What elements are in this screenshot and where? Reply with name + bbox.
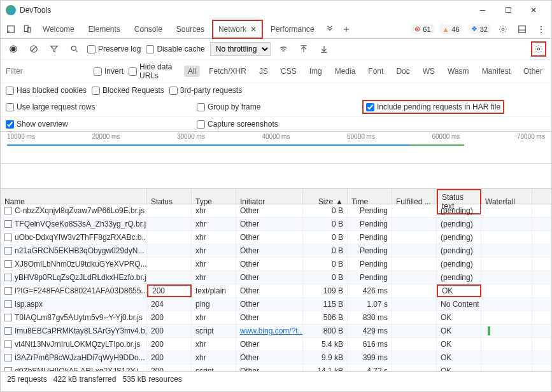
table-row[interactable]: lsp.aspx204pingOther115 B1.07 sNo Conten… (1, 298, 551, 311)
clear-icon[interactable] (26, 41, 41, 57)
filter-type-img[interactable]: Img (306, 66, 326, 77)
minimize-button[interactable]: ─ (470, 1, 495, 20)
panel-settings-icon[interactable] (531, 41, 546, 57)
settings-icon[interactable] (495, 22, 511, 37)
svg-point-19 (537, 48, 540, 50)
maximize-button[interactable]: ☐ (495, 1, 521, 20)
table-row[interactable]: uObc-DdxqYIW3v2ThFF8gzRXABc.b...xhrOther… (1, 231, 551, 244)
file-icon (4, 300, 12, 308)
table-row[interactable]: yBHV8p0RLqZsQzJLdRLdkxHEzfo.br.jsxhrOthe… (1, 271, 551, 284)
upload-icon[interactable] (296, 41, 311, 57)
invert-checkbox[interactable]: Invert (94, 67, 124, 76)
table-row[interactable]: T0IAQLm87gv5AUytm5v9--Y-Yj0.br.js200xhrO… (1, 311, 551, 325)
file-icon (4, 260, 12, 268)
file-icon (4, 314, 12, 321)
tab-console[interactable]: Console (128, 20, 169, 39)
filter-icon[interactable] (46, 41, 62, 57)
app-logo (6, 5, 16, 15)
device-icon[interactable] (20, 22, 35, 37)
tab-welcome[interactable]: Welcome (36, 20, 81, 39)
file-icon (4, 340, 12, 348)
download-icon[interactable] (316, 41, 332, 57)
tab-sources[interactable]: Sources (170, 20, 211, 39)
inspect-icon[interactable] (3, 22, 18, 37)
svg-rect-6 (519, 25, 526, 32)
filter-type-manifest[interactable]: Manifest (478, 66, 514, 77)
table-row[interactable]: Imu8EBCaPRMKtay8LSArGyY3mv4.b...200scrip… (1, 325, 551, 338)
svg-line-11 (32, 47, 36, 52)
file-icon (4, 327, 12, 335)
filter-type-font[interactable]: Font (364, 66, 387, 77)
file-icon (4, 287, 12, 295)
file-icon (4, 354, 12, 361)
table-row[interactable]: C-nbzZXqnjvl8qZvaw7wP66Lo9E.br.jsxhrOthe… (1, 204, 551, 218)
filter-type-ws[interactable]: WS (419, 66, 439, 77)
table-row[interactable]: TFQelnVQseKo8S3sA_Zh33yg_rQ.br.jsxhrOthe… (1, 218, 551, 231)
filter-type-css[interactable]: CSS (277, 66, 301, 77)
svg-point-8 (11, 47, 16, 52)
close-button[interactable]: ✕ (521, 1, 546, 20)
tab-elements[interactable]: Elements (82, 20, 127, 39)
blocked-requests-checkbox[interactable]: Blocked Requests (92, 86, 164, 95)
search-icon[interactable] (67, 41, 82, 57)
table-row[interactable]: t3AZrPm6P8cWJzaHDi7qWyH9DDo...200xhrOthe… (1, 351, 551, 365)
file-icon (4, 274, 12, 281)
svg-line-14 (75, 50, 78, 52)
show-overview-checkbox[interactable]: Show overview (6, 120, 171, 129)
preserve-log-checkbox[interactable]: Preserve log (87, 45, 141, 53)
pending-har-checkbox[interactable]: Include pending requests in HAR file (362, 100, 504, 114)
hide-data-urls-checkbox[interactable]: Hide data URLs (129, 62, 179, 80)
kebab-icon[interactable]: ⋮ (534, 22, 549, 37)
warnings-badge[interactable]: ▲46 (439, 24, 464, 34)
file-icon (4, 367, 12, 371)
file-icon (4, 247, 12, 255)
capture-screenshots-checkbox[interactable]: Capture screenshots (197, 120, 278, 129)
file-icon (4, 220, 12, 228)
throttling-select[interactable]: No throttling (210, 42, 271, 56)
third-party-checkbox[interactable]: 3rd-party requests (169, 86, 242, 95)
add-tab-icon[interactable] (339, 22, 354, 37)
info-badge[interactable]: ❖32 (467, 24, 492, 34)
status-requests: 25 requests (7, 375, 47, 384)
status-resources: 535 kB resources (122, 375, 181, 384)
table-row[interactable]: l?IG=F248FAFC880241AFA03D8655...200text/… (1, 284, 551, 298)
group-frame-checkbox[interactable]: Group by frame (197, 102, 337, 111)
tab-performance[interactable]: Performance (264, 20, 321, 39)
filter-type-doc[interactable]: Doc (392, 66, 413, 77)
filter-type-media[interactable]: Media (331, 66, 360, 77)
svg-marker-12 (51, 46, 58, 52)
filter-type-all[interactable]: All (184, 66, 200, 77)
filter-type-fetch-xhr[interactable]: Fetch/XHR (205, 66, 250, 77)
errors-badge[interactable]: ⊗61 (411, 24, 434, 34)
table-row[interactable]: d0ZbSMUHIIOkA5-ARLxg2XJS12Y.j...200scrip… (1, 365, 551, 371)
large-rows-checkbox[interactable]: Use large request rows (6, 102, 171, 111)
filter-type-wasm[interactable]: Wasm (444, 66, 473, 77)
table-row[interactable]: n21aGRCN5EKHB3qObygw029dyN...xhrOther0 B… (1, 244, 551, 258)
svg-point-5 (502, 28, 504, 31)
dock-icon[interactable] (514, 22, 530, 37)
status-transferred: 422 kB transferred (53, 375, 117, 384)
table-row[interactable]: vt4Nt13NvJrnIruLOKMQzyLTIpo.br.js200xhrO… (1, 338, 551, 351)
filter-type-other[interactable]: Other (520, 66, 546, 77)
filter-input[interactable] (6, 67, 88, 76)
blocked-cookies-checkbox[interactable]: Has blocked cookies (6, 86, 87, 95)
timeline-overview[interactable]: 10000 ms20000 ms30000 ms40000 ms50000 ms… (1, 132, 551, 164)
window-title: DevTools (20, 6, 51, 15)
wifi-icon[interactable] (276, 41, 291, 57)
filter-type-js[interactable]: JS (255, 66, 272, 77)
tab-network[interactable]: Network✕ (212, 20, 263, 39)
file-icon (4, 207, 12, 214)
record-icon[interactable] (6, 41, 21, 57)
table-row[interactable]: XJ8OmILbNhm0zU9tdkuGYeXVPRQ...xhrOther0 … (1, 258, 551, 271)
disable-cache-checkbox[interactable]: Disable cache (146, 45, 204, 53)
file-icon (4, 234, 12, 241)
more-tabs-icon[interactable] (322, 22, 337, 37)
